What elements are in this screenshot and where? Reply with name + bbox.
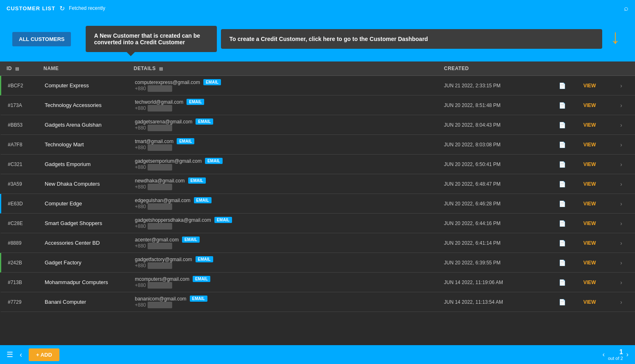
table-row[interactable]: #C321 Gadgets Emporium gadgetsemporium@g… xyxy=(0,155,635,174)
row-details: edgegulshan@gmail.com EMAIL +880 xyxy=(135,197,444,210)
table-row[interactable]: #C28E Smart Gadget Shoppers gadgetshoppe… xyxy=(0,214,635,233)
row-created: JUN 20 2022, 8:03:08 PM xyxy=(444,142,559,148)
row-created: JUN 20 2022, 8:04:43 PM xyxy=(444,122,559,128)
table-row[interactable]: #173A Technology Accessories techworld@g… xyxy=(0,96,635,115)
credit-tooltip[interactable]: To create a Credit Customer, click here … xyxy=(221,29,602,49)
row-email: computerexpress@gmail.com xyxy=(135,80,200,85)
row-phone: +880 xyxy=(135,145,146,150)
phone-redacted xyxy=(148,85,172,92)
prev-page-button[interactable]: ‹ xyxy=(603,351,605,358)
row-created: JUN 20 2022, 8:51:48 PM xyxy=(444,102,559,108)
view-button[interactable]: VIEW xyxy=(583,122,620,128)
row-name: Technology Mart xyxy=(45,141,135,148)
view-button[interactable]: VIEW xyxy=(583,299,620,305)
chevron-right-icon: › xyxy=(620,122,628,128)
view-button[interactable]: VIEW xyxy=(583,102,620,108)
row-phone: +880 xyxy=(135,302,146,308)
table-row[interactable]: #7729 Banani Computer bananicom@gmail.co… xyxy=(0,292,635,312)
chevron-right-icon: › xyxy=(620,181,628,187)
row-email: gadgetsarena@gmail.com xyxy=(135,119,192,125)
view-button[interactable]: VIEW xyxy=(583,181,620,187)
document-icon: 📄 xyxy=(559,141,583,148)
col-actions3 xyxy=(620,66,628,71)
view-label: VIEW xyxy=(583,181,596,187)
row-id: #242B xyxy=(8,260,45,266)
row-phone: +880 xyxy=(135,223,146,229)
col-actions1 xyxy=(559,66,583,71)
table-row[interactable]: #E63D Computer Edge edgegulshan@gmail.co… xyxy=(0,194,635,214)
phone-redacted xyxy=(148,302,172,308)
search-icon[interactable]: ⌕ xyxy=(624,4,628,13)
email-badge: EMAIL xyxy=(177,138,194,144)
hamburger-menu-icon[interactable]: ☰ xyxy=(7,350,13,359)
row-details: gadgetsarena@gmail.com EMAIL +880 xyxy=(135,118,444,131)
chevron-right-icon: › xyxy=(620,299,628,305)
row-name: Gadgets Arena Gulshan xyxy=(45,122,135,128)
table-row[interactable]: #242B Gadget Factory gadgetfactory@gmail… xyxy=(0,253,635,273)
row-id: #713B xyxy=(8,280,45,285)
table-row[interactable]: #3A59 New Dhaka Computers newdhaka@gmail… xyxy=(0,174,635,194)
table-row[interactable]: #BB53 Gadgets Arena Gulshan gadgetsarena… xyxy=(0,115,635,135)
view-button[interactable]: VIEW xyxy=(583,221,620,226)
chevron-right-icon: › xyxy=(620,259,628,266)
page-number: 1 xyxy=(608,348,623,356)
view-button[interactable]: VIEW xyxy=(583,201,620,207)
table-header: ID ▤ NAME DETAILS ▤ CREATED xyxy=(0,61,635,76)
view-button[interactable]: VIEW xyxy=(583,83,620,89)
row-details: acenter@gmail.com EMAIL +880 xyxy=(135,237,444,249)
row-email: bananicom@gmail.com xyxy=(135,296,187,302)
all-customers-button[interactable]: ALL CUSTOMERS xyxy=(12,32,71,46)
phone-redacted xyxy=(148,262,172,269)
pagination: ‹ 1 out of 2 › xyxy=(603,348,628,361)
phone-redacted xyxy=(148,243,172,249)
document-icon: 📄 xyxy=(559,122,583,128)
row-email: gadgetshoppersdhaka@gmail.com xyxy=(135,217,211,223)
back-button[interactable]: ‹ xyxy=(20,350,22,359)
chevron-right-icon: › xyxy=(620,279,628,286)
view-button[interactable]: VIEW xyxy=(583,240,620,246)
sync-icon[interactable]: ↻ xyxy=(59,5,65,12)
sync-label: Fetched recently xyxy=(69,5,105,11)
document-icon: 📄 xyxy=(559,82,583,89)
row-email: mcomputers@gmail.com xyxy=(135,276,189,282)
row-name: Computer Express xyxy=(45,82,135,89)
row-created: JUN 20 2022, 6:41:14 PM xyxy=(444,240,559,246)
row-phone: +880 xyxy=(135,105,146,111)
document-icon: 📄 xyxy=(559,181,583,187)
row-id: #A7F8 xyxy=(8,142,45,148)
view-button[interactable]: VIEW xyxy=(583,162,620,167)
view-label: VIEW xyxy=(583,260,596,266)
row-phone: +880 xyxy=(135,204,146,209)
row-id: #E63D xyxy=(8,201,45,207)
chevron-right-icon: › xyxy=(620,240,628,246)
row-id: #8889 xyxy=(8,240,45,246)
phone-redacted xyxy=(148,125,172,131)
table-row[interactable]: #A7F8 Technology Mart tmart@gmail.com EM… xyxy=(0,135,635,155)
view-button[interactable]: VIEW xyxy=(583,260,620,266)
table-row[interactable]: #8889 Accessories Center BD acenter@gmai… xyxy=(0,233,635,253)
row-details: gadgetfactory@gmail.com EMAIL +880 xyxy=(135,256,444,269)
document-icon: 📄 xyxy=(559,161,583,168)
chevron-right-icon: › xyxy=(620,82,628,89)
view-label: VIEW xyxy=(583,102,596,108)
document-icon: 📄 xyxy=(559,240,583,246)
table-row[interactable]: #BCF2 Computer Express computerexpress@g… xyxy=(0,76,635,96)
phone-redacted xyxy=(148,164,172,171)
row-name: Gadget Factory xyxy=(45,259,135,266)
next-page-button[interactable]: › xyxy=(626,351,628,358)
id-sort-icon: ▤ xyxy=(15,66,19,71)
top-bar-left: CUSTOMER LIST ↻ Fetched recently xyxy=(7,5,105,12)
row-phone: +880 xyxy=(135,86,146,91)
document-icon: 📄 xyxy=(559,220,583,227)
view-button[interactable]: VIEW xyxy=(583,142,620,148)
row-name: Mohammadpur Computers xyxy=(45,279,135,285)
table-row[interactable]: #713B Mohammadpur Computers mcomputers@g… xyxy=(0,273,635,292)
row-email: newdhaka@gmail.com xyxy=(135,178,185,184)
add-customer-button[interactable]: + ADD xyxy=(29,348,59,361)
view-label: VIEW xyxy=(583,221,596,226)
row-name: Gadgets Emporium xyxy=(45,161,135,167)
view-button[interactable]: VIEW xyxy=(583,280,620,285)
yellow-arrow-icon: ↓ xyxy=(610,27,620,47)
row-email: gadgetfactory@gmail.com xyxy=(135,257,192,262)
view-label: VIEW xyxy=(583,142,596,148)
